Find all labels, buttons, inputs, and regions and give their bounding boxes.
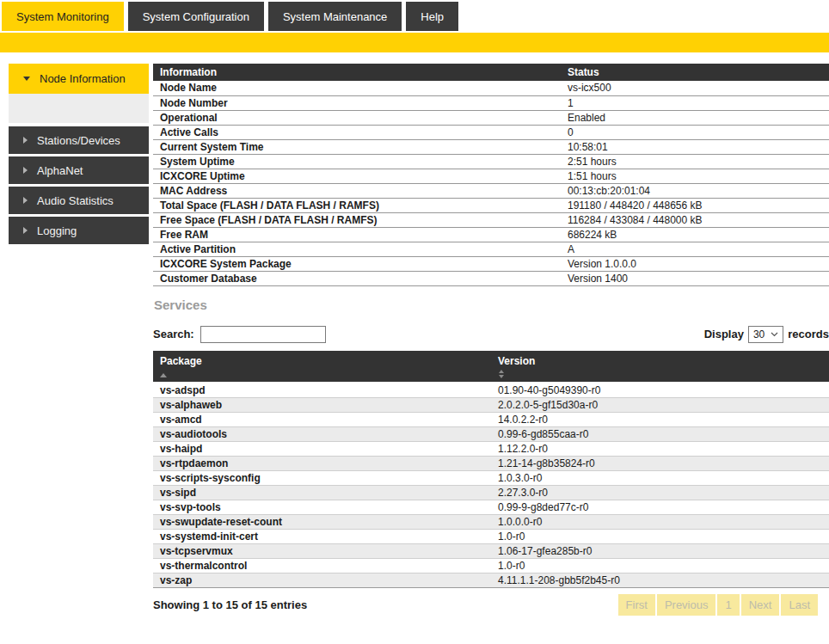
package-name: vs-tcpservmux: [153, 543, 491, 558]
package-name: vs-svp-tools: [153, 500, 491, 514]
info-label: Node Number: [153, 95, 561, 110]
package-row-vs-rtpdaemon: vs-rtpdaemon1.21-14-g8b35824-r0: [153, 456, 829, 470]
sidebar-item-audio-statistics[interactable]: Audio Statistics: [9, 187, 149, 214]
tab-system-monitoring[interactable]: System Monitoring: [2, 2, 124, 31]
package-row-vs-thermalcontrol: vs-thermalcontrol1.0-r0: [153, 558, 829, 573]
info-value: 1: [561, 95, 829, 110]
package-row-vs-alphaweb: vs-alphaweb2.0.2.0-5-gf15d30a-r0: [153, 397, 829, 412]
package-name: vs-zap: [153, 573, 491, 587]
package-name: vs-systemd-init-cert: [153, 529, 491, 543]
package-name: vs-thermalcontrol: [153, 558, 491, 573]
package-version: 1.0-r0: [491, 558, 829, 573]
sidebar-item-label: AlphaNet: [37, 164, 83, 177]
info-value: Enabled: [561, 110, 829, 125]
main-content: Information Status Node Namevs-icx500Nod…: [153, 64, 829, 616]
pagination-next-button[interactable]: Next: [741, 594, 780, 616]
info-row-system-uptime: System Uptime2:51 hours: [153, 154, 829, 169]
package-version: 1.21-14-g8b35824-r0: [491, 456, 829, 470]
records-label: records: [788, 328, 829, 340]
info-row-free-ram: Free RAM686224 kB: [153, 227, 829, 242]
info-label: System Uptime: [153, 154, 561, 169]
services-packages-table: Package Version vs-adspd01.90-40-g504939…: [153, 351, 829, 588]
info-row-node-number: Node Number1: [153, 95, 829, 110]
info-label: MAC Address: [153, 183, 561, 198]
tab-system-configuration[interactable]: System Configuration: [128, 2, 264, 31]
info-row-mac-address: MAC Address00:13:cb:20:01:04: [153, 183, 829, 198]
top-tab-bar: System MonitoringSystem ConfigurationSys…: [0, 0, 829, 31]
info-row-free-space-flash-data-flash-ramfs: Free Space (FLASH / DATA FLASH / RAMFS)1…: [153, 212, 829, 227]
pagination-last-button[interactable]: Last: [781, 594, 818, 616]
info-row-current-system-time: Current System Time10:58:01: [153, 139, 829, 154]
package-row-vs-systemd-init-cert: vs-systemd-init-cert1.0-r0: [153, 529, 829, 543]
package-row-vs-haipd: vs-haipd1.12.2.0-r0: [153, 441, 829, 456]
package-row-vs-amcd: vs-amcd14.0.2.2-r0: [153, 412, 829, 426]
pagination-previous-button[interactable]: Previous: [657, 594, 716, 616]
sidebar-item-label: Node Information: [40, 72, 126, 85]
info-row-icxcore-system-package: ICXCORE System PackageVersion 1.0.0.0: [153, 256, 829, 271]
package-name: vs-sipd: [153, 485, 491, 500]
package-row-vs-zap: vs-zap4.11.1.1-208-gbb5f2b45-r0: [153, 573, 829, 587]
package-row-vs-scripts-sysconfig: vs-scripts-sysconfig1.0.3.0-r0: [153, 470, 829, 485]
package-version: 1.12.2.0-r0: [491, 441, 829, 456]
package-version: 1.0.3.0-r0: [491, 470, 829, 485]
package-row-vs-audiotools: vs-audiotools0.99-6-gd855caa-r0: [153, 426, 829, 441]
info-label: Customer Database: [153, 271, 561, 285]
package-row-vs-sipd: vs-sipd2.27.3.0-r0: [153, 485, 829, 500]
package-name: vs-scripts-sysconfig: [153, 470, 491, 485]
records-per-page-select[interactable]: 30: [748, 326, 783, 343]
package-name: vs-adspd: [153, 383, 491, 398]
info-row-active-partition: Active PartitionA: [153, 242, 829, 256]
package-version: 0.99-9-g8ded77c-r0: [491, 500, 829, 514]
package-name: vs-alphaweb: [153, 397, 491, 412]
sidebar-item-node-information[interactable]: Node Information: [9, 64, 149, 94]
tab-help[interactable]: Help: [406, 2, 458, 31]
package-version: 2.27.3.0-r0: [491, 485, 829, 500]
sidebar-item-logging[interactable]: Logging: [9, 217, 149, 244]
page-layout: Node InformationStations/DevicesAlphaNet…: [0, 64, 829, 616]
sidebar-item-label: Logging: [37, 224, 77, 237]
services-table-header-row: Package Version: [153, 351, 829, 383]
info-row-active-calls: Active Calls0: [153, 125, 829, 139]
column-header-package[interactable]: Package: [153, 351, 491, 383]
info-value: 686224 kB: [561, 227, 829, 242]
package-row-vs-tcpservmux: vs-tcpservmux1.06-17-gfea285b-r0: [153, 543, 829, 558]
info-row-total-space-flash-data-flash-ramfs: Total Space (FLASH / DATA FLASH / RAMFS)…: [153, 198, 829, 212]
info-label: Current System Time: [153, 139, 561, 154]
info-value: 10:58:01: [561, 139, 829, 154]
package-version: 14.0.2.2-r0: [491, 412, 829, 426]
search-input[interactable]: [200, 326, 326, 343]
package-version: 1.0.0.0-r0: [491, 514, 829, 529]
info-label: Operational: [153, 110, 561, 125]
records-per-page-value: 30: [753, 328, 765, 340]
package-name: vs-rtpdaemon: [153, 456, 491, 470]
package-version: 1.0-r0: [491, 529, 829, 543]
table-footer: Showing 1 to 15 of 15 entries FirstPrevi…: [153, 594, 829, 616]
sidebar-item-alphanet[interactable]: AlphaNet: [9, 156, 149, 184]
triangle-down-icon: [23, 77, 30, 81]
tab-system-maintenance[interactable]: System Maintenance: [268, 2, 402, 31]
info-value: vs-icx500: [561, 81, 829, 95]
triangle-right-icon: [23, 197, 28, 204]
column-header-version[interactable]: Version: [491, 351, 829, 383]
pagination: FirstPrevious1NextLast: [618, 594, 818, 616]
package-name: vs-audiotools: [153, 426, 491, 441]
package-name: vs-swupdate-reset-count: [153, 514, 491, 529]
info-value: 191180 / 448420 / 448656 kB: [561, 198, 829, 212]
info-value: 116284 / 433084 / 448000 kB: [561, 212, 829, 227]
sidebar-item-stations-devices[interactable]: Stations/Devices: [9, 126, 149, 154]
info-value: 1:51 hours: [561, 169, 829, 183]
chevron-down-icon: [771, 332, 778, 337]
services-section-title: Services: [154, 297, 829, 312]
version-header-label: Version: [498, 355, 822, 367]
info-header-information: Information: [153, 64, 561, 81]
pagination-1-button[interactable]: 1: [717, 594, 739, 616]
package-version: 01.90-40-g5049390-r0: [491, 383, 829, 398]
info-label: Free RAM: [153, 227, 561, 242]
package-version: 0.99-6-gd855caa-r0: [491, 426, 829, 441]
info-label: Active Calls: [153, 125, 561, 139]
info-header-status: Status: [561, 64, 829, 81]
sort-both-icon: [498, 370, 505, 378]
pagination-first-button[interactable]: First: [618, 594, 655, 616]
info-label: ICXCORE System Package: [153, 256, 561, 271]
package-row-vs-svp-tools: vs-svp-tools0.99-9-g8ded77c-r0: [153, 500, 829, 514]
